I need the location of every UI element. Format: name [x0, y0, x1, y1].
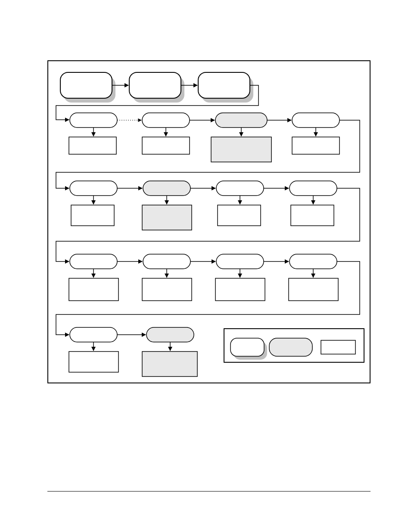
row2-pill-2 [142, 113, 190, 128]
row1 [60, 72, 253, 103]
row4-box-3 [215, 278, 265, 301]
row2-box-4 [292, 137, 339, 154]
footer-rule [47, 491, 371, 492]
legend [224, 329, 364, 362]
row4-pill-1 [70, 254, 117, 269]
row2-box-1 [69, 137, 116, 154]
row3-pill-3 [216, 181, 264, 196]
legend-item-2 [269, 338, 312, 356]
row4-pill-3 [216, 254, 264, 269]
row4-pill-4 [290, 254, 337, 269]
row3-pill-2 [143, 181, 190, 196]
row2-pill-4 [292, 113, 339, 128]
row4-box-4 [289, 278, 338, 301]
legend-item-3 [321, 340, 355, 354]
row3 [70, 181, 337, 230]
row5-pill-1 [70, 327, 117, 342]
row3-box-1 [71, 205, 114, 226]
row1-node-2 [129, 72, 181, 98]
row1-node-1 [60, 72, 112, 98]
row4-box-1 [69, 278, 118, 301]
row3-box-4 [291, 205, 334, 226]
legend-item-1 [230, 338, 264, 356]
row2 [69, 113, 339, 162]
row4 [69, 254, 338, 301]
row5-box-1 [69, 352, 118, 372]
row3-pill-4 [290, 181, 337, 196]
row4-pill-2 [143, 254, 190, 269]
row2-pill-1 [70, 113, 117, 128]
row4-box-2 [142, 278, 192, 301]
row3-pill-1 [70, 181, 117, 196]
row2-pill-3 [215, 113, 267, 128]
row5-box-2 [142, 352, 197, 376]
page [0, 0, 411, 532]
row2-box-2 [142, 137, 190, 154]
row1-node-3 [198, 72, 250, 98]
row2-box-3 [211, 137, 271, 162]
row3-box-3 [218, 205, 261, 226]
row5 [69, 327, 197, 376]
diagram-svg [0, 0, 411, 532]
row5-pill-2 [146, 327, 194, 342]
row3-box-2 [142, 205, 192, 230]
